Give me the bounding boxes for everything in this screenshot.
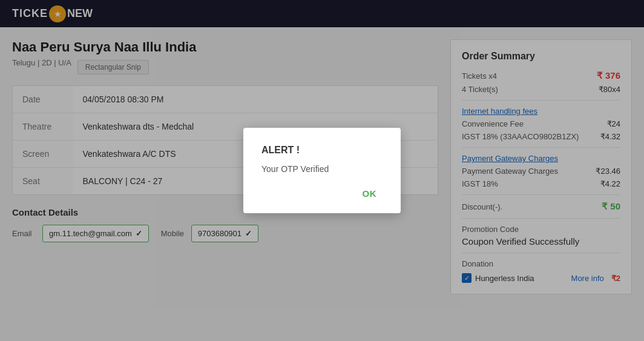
alert-message: Your OTP Verified	[261, 164, 383, 174]
alert-ok-button[interactable]: OK	[356, 186, 383, 201]
alert-title: ALERT !	[261, 145, 383, 156]
alert-modal: ALERT ! Your OTP Verified OK	[243, 128, 401, 213]
modal-overlay[interactable]: ALERT ! Your OTP Verified OK	[0, 0, 644, 306]
modal-actions: OK	[261, 186, 383, 201]
